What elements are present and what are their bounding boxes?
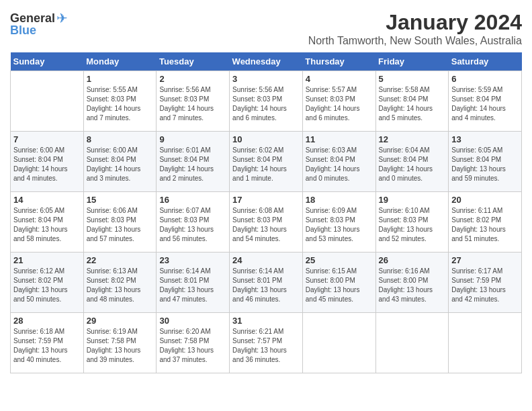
calendar-cell: 23Sunrise: 6:14 AMSunset: 8:01 PMDayligh…	[157, 253, 230, 313]
day-info: Sunrise: 6:10 AMSunset: 8:03 PMDaylight:…	[379, 206, 446, 244]
day-info: Sunrise: 6:07 AMSunset: 8:03 PMDaylight:…	[159, 206, 226, 244]
calendar-cell: 17Sunrise: 6:08 AMSunset: 8:03 PMDayligh…	[230, 192, 303, 253]
day-number: 19	[379, 195, 446, 205]
calendar-cell: 16Sunrise: 6:07 AMSunset: 8:03 PMDayligh…	[157, 192, 230, 253]
calendar-cell: 21Sunrise: 6:12 AMSunset: 8:02 PMDayligh…	[11, 253, 84, 313]
calendar-cell: 9Sunrise: 6:01 AMSunset: 8:04 PMDaylight…	[157, 132, 230, 192]
day-number: 29	[87, 316, 154, 326]
day-number: 22	[87, 255, 154, 265]
day-info: Sunrise: 6:11 AMSunset: 8:02 PMDaylight:…	[451, 206, 519, 244]
day-info: Sunrise: 6:00 AMSunset: 8:04 PMDaylight:…	[87, 146, 154, 183]
day-number: 25	[306, 255, 373, 265]
day-number: 12	[379, 134, 446, 144]
day-info: Sunrise: 6:15 AMSunset: 8:00 PMDaylight:…	[306, 267, 373, 304]
calendar-cell: 31Sunrise: 6:21 AMSunset: 7:57 PMDayligh…	[230, 313, 303, 373]
calendar-cell: 4Sunrise: 5:57 AMSunset: 8:03 PMDaylight…	[302, 71, 375, 132]
calendar-cell: 28Sunrise: 6:18 AMSunset: 7:59 PMDayligh…	[11, 313, 84, 373]
weekday-header-saturday: Saturday	[449, 52, 522, 71]
day-info: Sunrise: 6:02 AMSunset: 8:04 PMDaylight:…	[232, 146, 300, 183]
day-info: Sunrise: 6:00 AMSunset: 8:04 PMDaylight:…	[13, 146, 81, 183]
day-number: 17	[232, 195, 300, 205]
day-info: Sunrise: 6:16 AMSunset: 8:00 PMDaylight:…	[379, 267, 446, 304]
day-info: Sunrise: 6:13 AMSunset: 8:02 PMDaylight:…	[87, 267, 154, 304]
calendar-cell: 14Sunrise: 6:05 AMSunset: 8:04 PMDayligh…	[11, 192, 84, 253]
day-info: Sunrise: 5:57 AMSunset: 8:03 PMDaylight:…	[306, 85, 373, 123]
month-title: January 2024	[308, 10, 522, 35]
day-number: 28	[13, 316, 81, 326]
calendar-cell: 30Sunrise: 6:20 AMSunset: 7:58 PMDayligh…	[157, 313, 230, 373]
day-info: Sunrise: 6:18 AMSunset: 7:59 PMDaylight:…	[13, 327, 81, 365]
calendar-cell: 25Sunrise: 6:15 AMSunset: 8:00 PMDayligh…	[302, 253, 375, 313]
day-info: Sunrise: 5:56 AMSunset: 8:03 PMDaylight:…	[232, 85, 300, 123]
calendar-cell: 5Sunrise: 5:58 AMSunset: 8:04 PMDaylight…	[375, 71, 449, 132]
calendar-table: SundayMondayTuesdayWednesdayThursdayFrid…	[10, 52, 522, 373]
day-info: Sunrise: 6:03 AMSunset: 8:04 PMDaylight:…	[306, 146, 373, 183]
calendar-cell: 1Sunrise: 5:55 AMSunset: 8:03 PMDaylight…	[83, 71, 157, 132]
calendar-cell: 11Sunrise: 6:03 AMSunset: 8:04 PMDayligh…	[302, 132, 375, 192]
calendar-cell: 24Sunrise: 6:14 AMSunset: 8:01 PMDayligh…	[230, 253, 303, 313]
day-number: 11	[306, 134, 373, 144]
calendar-cell: 18Sunrise: 6:09 AMSunset: 8:03 PMDayligh…	[302, 192, 375, 253]
calendar-week-2: 7Sunrise: 6:00 AMSunset: 8:04 PMDaylight…	[11, 132, 522, 192]
location: North Tamworth, New South Wales, Austral…	[308, 35, 522, 47]
day-number: 3	[232, 74, 300, 84]
day-info: Sunrise: 6:09 AMSunset: 8:03 PMDaylight:…	[306, 206, 373, 244]
calendar-cell	[449, 313, 522, 373]
day-info: Sunrise: 6:14 AMSunset: 8:01 PMDaylight:…	[159, 267, 226, 304]
day-info: Sunrise: 6:20 AMSunset: 7:58 PMDaylight:…	[159, 327, 226, 365]
calendar-cell: 2Sunrise: 5:56 AMSunset: 8:03 PMDaylight…	[157, 71, 230, 132]
calendar-week-1: 1Sunrise: 5:55 AMSunset: 8:03 PMDaylight…	[11, 71, 522, 132]
calendar-week-5: 28Sunrise: 6:18 AMSunset: 7:59 PMDayligh…	[11, 313, 522, 373]
day-number: 8	[87, 134, 154, 144]
calendar-cell: 20Sunrise: 6:11 AMSunset: 8:02 PMDayligh…	[449, 192, 522, 253]
calendar-cell: 8Sunrise: 6:00 AMSunset: 8:04 PMDaylight…	[83, 132, 157, 192]
day-info: Sunrise: 6:12 AMSunset: 8:02 PMDaylight:…	[13, 267, 81, 304]
day-number: 24	[232, 255, 300, 265]
day-info: Sunrise: 6:19 AMSunset: 7:58 PMDaylight:…	[87, 327, 154, 365]
calendar-cell: 7Sunrise: 6:00 AMSunset: 8:04 PMDaylight…	[11, 132, 84, 192]
day-info: Sunrise: 6:05 AMSunset: 8:04 PMDaylight:…	[13, 206, 81, 244]
logo-blue: Blue	[10, 24, 36, 38]
day-number: 6	[451, 74, 519, 84]
day-number: 31	[232, 316, 300, 326]
calendar-cell: 22Sunrise: 6:13 AMSunset: 8:02 PMDayligh…	[83, 253, 157, 313]
day-number: 2	[159, 74, 226, 84]
day-number: 20	[451, 195, 519, 205]
day-number: 14	[13, 195, 81, 205]
day-number: 26	[379, 255, 446, 265]
day-number: 27	[451, 255, 519, 265]
day-number: 5	[379, 74, 446, 84]
weekday-header-sunday: Sunday	[11, 52, 84, 71]
weekday-header-wednesday: Wednesday	[230, 52, 303, 71]
weekday-header-monday: Monday	[83, 52, 157, 71]
day-info: Sunrise: 6:08 AMSunset: 8:03 PMDaylight:…	[232, 206, 300, 244]
day-info: Sunrise: 5:56 AMSunset: 8:03 PMDaylight:…	[159, 85, 226, 123]
day-number: 15	[87, 195, 154, 205]
calendar-cell: 15Sunrise: 6:06 AMSunset: 8:03 PMDayligh…	[83, 192, 157, 253]
title-section: January 2024 North Tamworth, New South W…	[308, 10, 522, 47]
day-info: Sunrise: 6:14 AMSunset: 8:01 PMDaylight:…	[232, 267, 300, 304]
day-number: 18	[306, 195, 373, 205]
day-info: Sunrise: 5:55 AMSunset: 8:03 PMDaylight:…	[87, 85, 154, 123]
day-info: Sunrise: 5:58 AMSunset: 8:04 PMDaylight:…	[379, 85, 446, 123]
calendar-cell	[302, 313, 375, 373]
calendar-cell	[11, 71, 84, 132]
calendar-cell: 13Sunrise: 6:05 AMSunset: 8:04 PMDayligh…	[449, 132, 522, 192]
day-info: Sunrise: 6:04 AMSunset: 8:04 PMDaylight:…	[379, 146, 446, 183]
page-header: General ✈ Blue January 2024 North Tamwor…	[10, 10, 522, 47]
day-info: Sunrise: 6:06 AMSunset: 8:03 PMDaylight:…	[87, 206, 154, 244]
day-number: 30	[159, 316, 226, 326]
day-info: Sunrise: 5:59 AMSunset: 8:04 PMDaylight:…	[451, 85, 519, 123]
day-number: 7	[13, 134, 81, 144]
weekday-header-row: SundayMondayTuesdayWednesdayThursdayFrid…	[11, 52, 522, 71]
calendar-cell: 29Sunrise: 6:19 AMSunset: 7:58 PMDayligh…	[83, 313, 157, 373]
day-number: 16	[159, 195, 226, 205]
day-number: 13	[451, 134, 519, 144]
logo: General ✈ Blue	[10, 10, 68, 38]
weekday-header-tuesday: Tuesday	[157, 52, 230, 71]
calendar-cell: 26Sunrise: 6:16 AMSunset: 8:00 PMDayligh…	[375, 253, 449, 313]
calendar-cell: 10Sunrise: 6:02 AMSunset: 8:04 PMDayligh…	[230, 132, 303, 192]
day-number: 10	[232, 134, 300, 144]
calendar-week-4: 21Sunrise: 6:12 AMSunset: 8:02 PMDayligh…	[11, 253, 522, 313]
day-info: Sunrise: 6:17 AMSunset: 7:59 PMDaylight:…	[451, 267, 519, 304]
